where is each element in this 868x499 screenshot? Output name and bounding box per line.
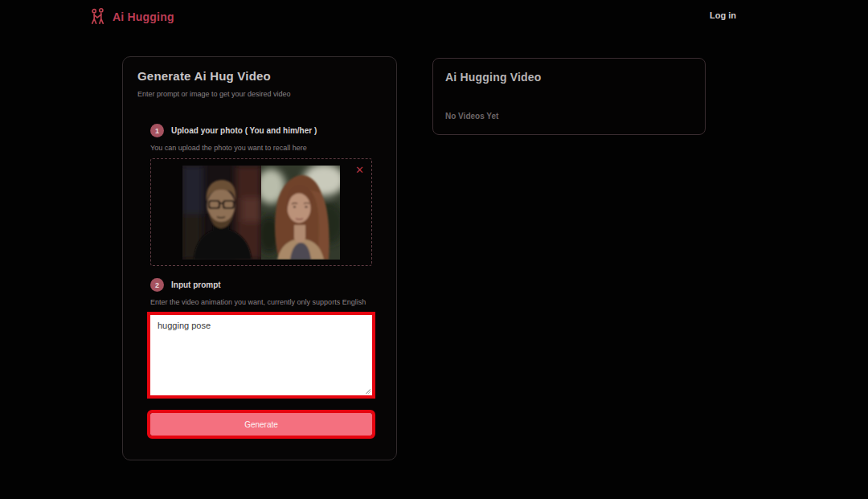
photo-upload-dropzone[interactable]: ✕ [150,158,372,266]
results-empty-message: No Videos Yet [445,112,498,121]
logo-text: Ai Hugging [113,10,174,23]
step1-label: Upload your photo ( You and him/her ) [171,126,317,135]
logo[interactable]: Ai Hugging [88,7,174,26]
uploaded-photo-man [182,166,261,260]
prompt-input[interactable]: hugging pose [150,315,372,395]
results-title: Ai Hugging Video [445,71,542,84]
step2-description: Enter the video animation you want, curr… [150,298,366,306]
generator-subtitle: Enter prompt or image to get your desire… [137,90,291,98]
login-link[interactable]: Log in [710,10,736,20]
generator-card: Generate Ai Hug Video Enter prompt or im… [122,56,397,460]
people-hug-icon [88,7,107,26]
results-card: Ai Hugging Video No Videos Yet [432,58,706,135]
step2-label: Input prompt [171,280,221,289]
step1-row: 1 Upload your photo ( You and him/her ) [150,124,317,137]
generate-button[interactable]: Generate [150,413,372,436]
uploaded-photo-preview [182,166,340,260]
step2-row: 2 Input prompt [150,278,221,292]
step2-number-badge: 2 [150,278,164,292]
uploaded-photo-woman [261,166,340,260]
header: Ai Hugging Log in [0,0,868,34]
generator-title: Generate Ai Hug Video [137,69,271,83]
step1-description: You can upload the photo you want to rec… [150,144,307,152]
remove-photo-close-icon[interactable]: ✕ [354,163,366,177]
step1-number-badge: 1 [150,124,164,137]
page: Ai Hugging Log in Generate Ai Hug Video … [0,0,868,499]
